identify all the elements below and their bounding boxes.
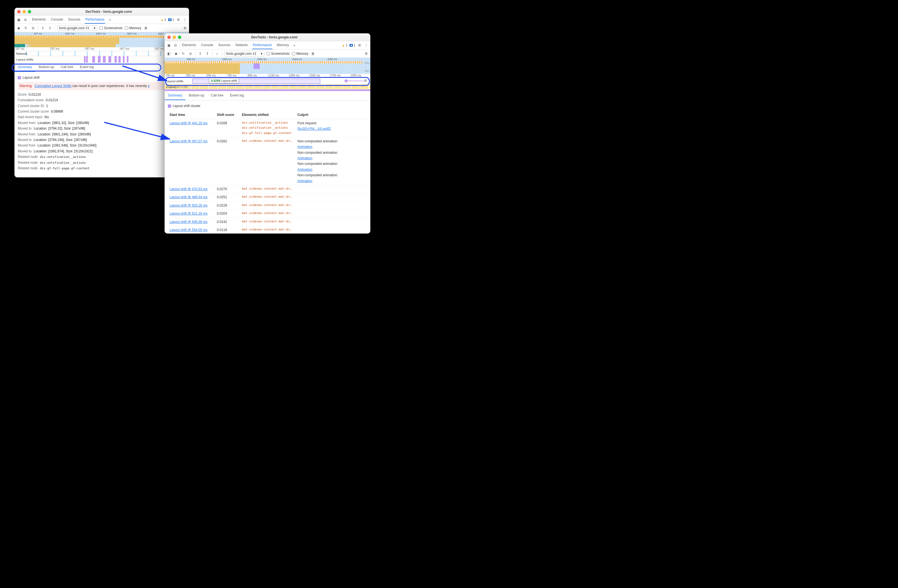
shift-score: 0.0282 [215, 137, 240, 185]
time-ruler[interactable]: 195 ms395 ms595 ms795 ms995 ms1195 ms139… [165, 74, 370, 78]
issues-badge[interactable]: ■1 [168, 18, 174, 22]
more-tabs-icon[interactable]: » [293, 43, 295, 47]
gc-icon[interactable]: 🗑 [311, 51, 315, 56]
traffic-lights[interactable] [17, 10, 31, 13]
memory-checkbox[interactable]: Memory [125, 26, 141, 30]
kebab-icon[interactable]: ⋮ [182, 17, 188, 22]
device-icon[interactable]: ⧉ [23, 17, 28, 22]
tab-bottom-up[interactable]: Bottom-up [35, 63, 57, 72]
profile-dropdown[interactable]: fonts.google.com #1▾ [224, 51, 264, 57]
animation-link[interactable]: Animation [297, 178, 365, 184]
settings-icon[interactable]: ⚙ [176, 17, 181, 22]
details-panel: Layout shift cluster Start time Shift sc… [165, 100, 370, 234]
layout-shift-link[interactable]: Layout shift @ 554.05 ms [169, 228, 208, 232]
capture-settings-icon[interactable]: ⚙ [364, 51, 369, 56]
layout-shift-link[interactable]: Layout shift @ 457.07 ms [169, 139, 208, 143]
profile-dropdown[interactable]: fonts.google.com #1▾ [57, 25, 97, 31]
tab-summary[interactable]: Summary [165, 91, 185, 100]
shift-score: 0.0203 [215, 209, 240, 218]
layout-shift-link[interactable]: Layout shift @ 441.20 ms [169, 121, 208, 125]
cls-link[interactable]: Cumulative Layout Shifts [34, 84, 71, 88]
tab-sources[interactable]: Sources [218, 42, 231, 49]
download-icon[interactable]: ↧ [48, 26, 52, 31]
perf-toolbar: ◉ ↻ ⊘ ↥ ↧ fonts.google.com #1▾ Screensho… [14, 24, 189, 32]
warnings-badge[interactable]: ▲1 [342, 44, 347, 47]
clear-icon[interactable]: ⊘ [31, 26, 35, 31]
layout-shift-link[interactable]: Layout shift @ 521.16 ms [169, 212, 208, 215]
zoom-icon[interactable] [28, 10, 31, 13]
issues-badge[interactable]: ■1 [349, 44, 355, 47]
toggle-sidebar-icon[interactable]: ◧ [166, 51, 171, 56]
shift-score: 0.0270 [215, 185, 240, 193]
animation-link[interactable]: Animation [297, 167, 365, 172]
tab-bottom-up[interactable]: Bottom-up [185, 91, 208, 100]
tab-elements[interactable]: Elements [31, 16, 46, 24]
kv-mt2: Moved toLocation: [3794,194], Size: [287… [18, 137, 186, 143]
zoom-icon[interactable] [178, 35, 181, 39]
animation-link[interactable]: Animation [297, 155, 365, 161]
gc-icon[interactable]: 🗑 [143, 26, 148, 31]
more-tabs-icon[interactable]: » [109, 18, 111, 22]
warnings-badge[interactable]: ▲2 [160, 18, 166, 22]
tab-memory[interactable]: Memory [276, 42, 289, 49]
minimize-icon[interactable] [173, 35, 176, 39]
tab-console[interactable]: Console [50, 16, 64, 24]
settings-icon[interactable]: ⚙ [357, 43, 362, 48]
tab-call-tree[interactable]: Call tree [208, 91, 227, 100]
tab-event-log[interactable]: Event log [77, 63, 97, 72]
kebab-icon[interactable]: ⋮ [364, 43, 369, 48]
reload-icon[interactable]: ↻ [23, 26, 28, 31]
font-link[interactable]: t5sJIQcYNI…IUI.woff2 [297, 127, 331, 131]
tab-performance[interactable]: Performance [252, 42, 272, 49]
col-shift-score: Shift score [215, 110, 240, 119]
culprit-cell [296, 185, 367, 193]
layout-shift-link[interactable]: Layout shift @ 545.09 ms [169, 220, 208, 224]
layout-shift-link[interactable]: Layout shift @ 503.26 ms [169, 203, 208, 208]
home-icon[interactable]: ⌂ [215, 51, 220, 56]
inspect-icon[interactable]: ▣ [166, 43, 171, 48]
elements-shifted: mat-sidenav-content.mat-dr… [240, 218, 296, 226]
tab-call-tree[interactable]: Call tree [58, 63, 77, 72]
overview-chart[interactable]: 995 ms 1995 ms 2995 ms 3995 ms 4995 ms C… [165, 58, 370, 74]
inspect-icon[interactable]: ▣ [16, 17, 21, 22]
tab-console[interactable]: Console [200, 42, 214, 49]
tab-performance[interactable]: Performance [85, 16, 105, 24]
screenshots-checkbox[interactable]: Screenshots [267, 52, 290, 55]
overview-chart[interactable]: 997 ms 1997 ms 2997 ms 3997 ms 4997 [14, 32, 189, 47]
clear-icon[interactable]: ⊘ [188, 51, 193, 56]
reload-icon[interactable]: ↻ [181, 51, 186, 56]
devtools-window-old: DevTools - fonts.google.com/ ▣ ⧉ Element… [14, 8, 189, 177]
shift-score: 0.0142 [215, 218, 240, 226]
tab-event-log[interactable]: Event log [227, 91, 247, 100]
close-icon[interactable] [17, 10, 21, 13]
evolved-link[interactable]: e [148, 84, 150, 88]
network-track[interactable]: Network [14, 51, 189, 56]
record-icon[interactable]: ◉ [174, 51, 178, 56]
layout-shifts-track[interactable]: Layout shifts [14, 56, 189, 63]
tab-summary[interactable]: Summary [14, 63, 35, 72]
tab-elements[interactable]: Elements [181, 42, 197, 49]
layout-shift-link[interactable]: Layout shift @ 470.53 ms [169, 187, 208, 191]
minimize-icon[interactable] [23, 10, 26, 13]
record-icon[interactable]: ◉ [16, 26, 21, 31]
upload-icon[interactable]: ↥ [198, 51, 203, 56]
perf-toolbar: ◧ ◉ ↻ ⊘ ↥ ↧ ⌂ fonts.google.com #1▾ Scree… [165, 49, 370, 58]
devtools-window-new: DevTools - fonts.google.com/ ▣ ⧉ Element… [165, 33, 370, 234]
screenshots-checkbox[interactable]: Screenshots [100, 26, 123, 30]
tab-network[interactable]: Network [235, 42, 248, 49]
capture-settings-icon[interactable]: ⚙ [182, 26, 188, 31]
layout-shifts-track[interactable]: Layout shifts 0.0269 Layout shift [165, 78, 370, 85]
memory-checkbox[interactable]: Memory [292, 52, 308, 55]
time-ruler[interactable]: 197 ms297 ms397 ms497 ms597 ms [14, 47, 189, 51]
net-label: NET [365, 69, 370, 72]
culprit-cell [296, 226, 367, 234]
frames-track[interactable]: Frames 67.1 ms [165, 85, 370, 89]
upload-icon[interactable]: ↥ [40, 26, 45, 31]
download-icon[interactable]: ↧ [205, 51, 210, 56]
close-icon[interactable] [168, 35, 171, 39]
layout-shift-link[interactable]: Layout shift @ 486.54 ms [169, 195, 208, 199]
tab-sources[interactable]: Sources [68, 16, 81, 24]
animation-link[interactable]: Animation [297, 144, 365, 149]
traffic-lights[interactable] [168, 35, 181, 39]
device-icon[interactable]: ⧉ [173, 43, 178, 48]
